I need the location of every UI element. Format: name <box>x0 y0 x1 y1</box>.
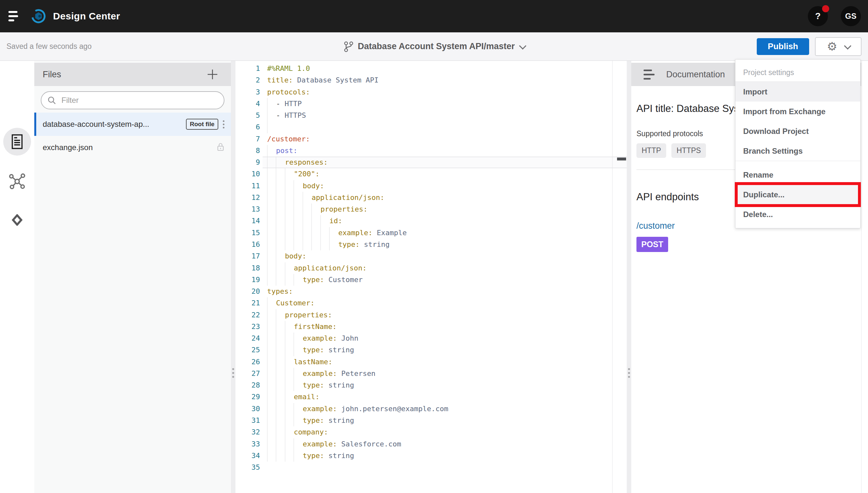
code-line-12[interactable]: application/json: <box>263 192 627 203</box>
code-line-27[interactable]: example: Petersen <box>263 368 627 380</box>
plus-icon <box>207 69 218 80</box>
protocol-chip: HTTPS <box>671 143 706 158</box>
panel-resize-handle-left[interactable] <box>231 61 236 493</box>
line-number: 26 <box>236 356 260 368</box>
code-token: body: <box>285 252 306 260</box>
lock-icon <box>217 142 224 153</box>
outline-list-icon[interactable] <box>644 69 654 80</box>
help-button[interactable]: ? <box>808 6 828 26</box>
code-line-3[interactable]: protocols: <box>263 86 627 98</box>
rail-item-exchange[interactable] <box>3 206 31 234</box>
branch-selector[interactable]: Database Account System API/master <box>343 33 525 61</box>
main-menu-icon[interactable] <box>8 11 19 21</box>
user-avatar[interactable]: GS <box>841 6 861 26</box>
code-token: type: <box>303 276 328 284</box>
root-file-badge: Root file <box>186 119 218 130</box>
file-filter-input[interactable] <box>41 91 224 109</box>
menu-item-import[interactable]: Import <box>735 82 860 102</box>
code-line-25[interactable]: type: string <box>263 344 627 356</box>
code-line-2[interactable]: title: Database System API <box>263 74 627 86</box>
code-line-33[interactable]: example: Salesforce.com <box>263 438 627 450</box>
code-line-30[interactable]: example: john.petersen@example.com <box>263 403 627 415</box>
raml-code-editor[interactable]: 1234567891011121314151617181920212223242… <box>236 61 627 493</box>
panel-resize-handle-right[interactable] <box>627 61 631 493</box>
menu-item-download-project[interactable]: Download Project <box>735 121 860 141</box>
menu-item-import-from-exchange[interactable]: Import from Exchange <box>735 102 860 121</box>
code-line-14[interactable]: id: <box>263 215 627 227</box>
indent-guide <box>267 121 276 133</box>
code-line-23[interactable]: firstName: <box>263 321 627 333</box>
menu-item-rename[interactable]: Rename <box>735 165 860 185</box>
menu-item-duplicate[interactable]: Duplicate... <box>735 185 860 205</box>
indent-guide <box>294 274 303 286</box>
menu-item-delete[interactable]: Delete... <box>735 205 860 224</box>
code-line-11[interactable]: body: <box>263 180 627 192</box>
code-line-1[interactable]: #%RAML 1.0 <box>263 63 627 74</box>
editor-code[interactable]: #%RAML 1.0title: Database System APIprot… <box>263 63 627 493</box>
file-options-kebab-icon[interactable] <box>223 120 224 128</box>
code-line-8[interactable]: post: <box>263 145 627 156</box>
code-token: "200": <box>294 170 319 178</box>
code-line-31[interactable]: type: string <box>263 415 627 426</box>
line-number: 21 <box>236 297 260 309</box>
line-number: 31 <box>236 415 260 426</box>
code-line-10[interactable]: "200": <box>263 168 627 180</box>
indent-guide <box>267 344 276 356</box>
code-token: example: <box>303 440 341 448</box>
line-number: 8 <box>236 145 260 156</box>
code-line-17[interactable]: body: <box>263 250 627 262</box>
code-line-20[interactable]: types: <box>263 286 627 297</box>
code-line-4[interactable]: - HTTP <box>263 98 627 110</box>
add-file-button[interactable] <box>207 69 218 80</box>
post-method-badge[interactable]: POST <box>637 237 668 252</box>
code-line-22[interactable]: properties: <box>263 309 627 321</box>
indent-guide <box>276 156 285 168</box>
code-line-35[interactable] <box>263 462 627 473</box>
code-line-26[interactable]: lastName: <box>263 356 627 368</box>
indent-guide <box>320 227 329 239</box>
indent-guide <box>276 356 285 368</box>
code-line-21[interactable]: Customer: <box>263 297 627 309</box>
indent-guide <box>320 215 329 227</box>
code-token: id: <box>329 217 342 225</box>
indent-guide <box>311 203 320 215</box>
code-line-32[interactable]: company: <box>263 426 627 438</box>
code-line-7[interactable]: /customer: <box>263 133 627 145</box>
rail-item-files[interactable] <box>3 128 31 156</box>
code-token: example: <box>303 405 341 413</box>
code-line-29[interactable]: email: <box>263 391 627 403</box>
indent-guide <box>276 426 285 438</box>
menu-item-branch-settings[interactable]: Branch Settings <box>735 141 860 161</box>
code-line-5[interactable]: - HTTPS <box>263 110 627 121</box>
file-row[interactable]: database-account-system-ap...Root file <box>34 112 231 136</box>
code-token: Customer <box>328 276 362 284</box>
code-line-28[interactable]: type: string <box>263 380 627 391</box>
publish-button[interactable]: Publish <box>757 38 809 55</box>
code-line-15[interactable]: example: Example <box>263 227 627 239</box>
code-line-9[interactable]: responses: <box>263 156 627 168</box>
code-line-19[interactable]: type: Customer <box>263 274 627 286</box>
code-line-18[interactable]: application/json: <box>263 262 627 274</box>
indent-guide <box>267 215 276 227</box>
code-line-13[interactable]: properties: <box>263 203 627 215</box>
code-token: /customer: <box>267 135 310 143</box>
indent-guide <box>294 438 303 450</box>
document-icon <box>11 134 24 150</box>
documentation-scrollbar[interactable] <box>861 61 868 493</box>
rail-item-api-designer[interactable] <box>3 167 31 195</box>
indent-guide <box>267 274 276 286</box>
file-row[interactable]: exchange.json <box>34 136 231 159</box>
code-token: string <box>328 416 354 424</box>
indent-guide <box>267 450 276 462</box>
project-settings-menu-button[interactable]: ⚙ <box>815 37 862 56</box>
code-line-16[interactable]: type: string <box>263 239 627 250</box>
question-mark-icon: ? <box>815 11 821 21</box>
indent-guide <box>294 192 303 203</box>
indent-guide <box>267 203 276 215</box>
code-line-6[interactable] <box>263 121 627 133</box>
code-token: lastName: <box>294 358 332 366</box>
code-line-34[interactable]: type: string <box>263 450 627 462</box>
code-line-24[interactable]: example: John <box>263 333 627 344</box>
file-name: exchange.json <box>43 143 93 152</box>
indent-guide <box>294 403 303 415</box>
